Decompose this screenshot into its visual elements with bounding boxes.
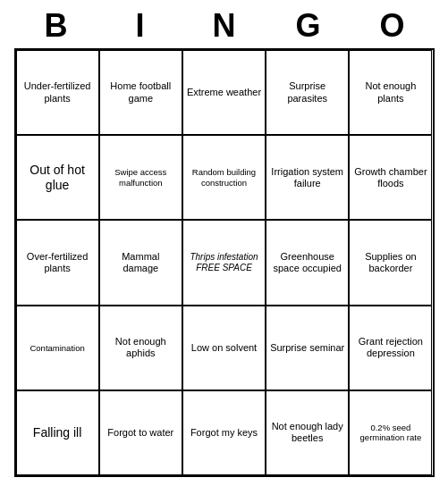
bingo-cell-19: Grant rejection depression [349, 306, 432, 390]
bingo-letter-o: O [354, 7, 431, 45]
bingo-grid: Under-fertilized plantsHome football gam… [14, 48, 435, 477]
bingo-cell-12: Thrips infestation FREE SPACE [182, 220, 266, 305]
bingo-cell-14: Supplies on backorder [349, 220, 432, 305]
bingo-cell-5: Out of hot glue [16, 135, 99, 220]
bingo-cell-13: Greenhouse space occupied [266, 220, 349, 305]
bingo-cell-1: Home football game [99, 50, 182, 135]
bingo-cell-22: Forgot my keys [182, 390, 266, 475]
bingo-cell-4: Not enough plants [349, 50, 432, 135]
bingo-cell-10: Over-fertilized plants [16, 220, 99, 305]
bingo-cell-23: Not enough lady beetles [266, 390, 349, 475]
bingo-cell-15: Contamination [16, 306, 99, 390]
bingo-header: BINGO [14, 0, 435, 48]
bingo-cell-24: 0.2% seed germination rate [349, 390, 432, 475]
bingo-letter-g: G [270, 7, 347, 45]
bingo-letter-n: N [186, 7, 263, 45]
bingo-letter-b: B [18, 7, 95, 45]
bingo-cell-3: Surprise parasites [266, 50, 349, 135]
bingo-cell-21: Forgot to water [99, 390, 182, 475]
bingo-cell-6: Swipe access malfunction [99, 135, 182, 220]
bingo-cell-9: Growth chamber floods [349, 135, 432, 220]
bingo-cell-17: Low on solvent [182, 306, 266, 390]
bingo-cell-2: Extreme weather [182, 50, 266, 135]
bingo-cell-0: Under-fertilized plants [16, 50, 99, 135]
bingo-letter-i: I [102, 7, 179, 45]
bingo-cell-7: Random building construction [182, 135, 266, 220]
bingo-cell-16: Not enough aphids [99, 306, 182, 390]
bingo-cell-18: Surprise seminar [266, 306, 349, 390]
bingo-cell-11: Mammal damage [99, 220, 182, 305]
bingo-cell-20: Falling ill [16, 390, 99, 475]
bingo-cell-8: Irrigation system failure [266, 135, 349, 220]
